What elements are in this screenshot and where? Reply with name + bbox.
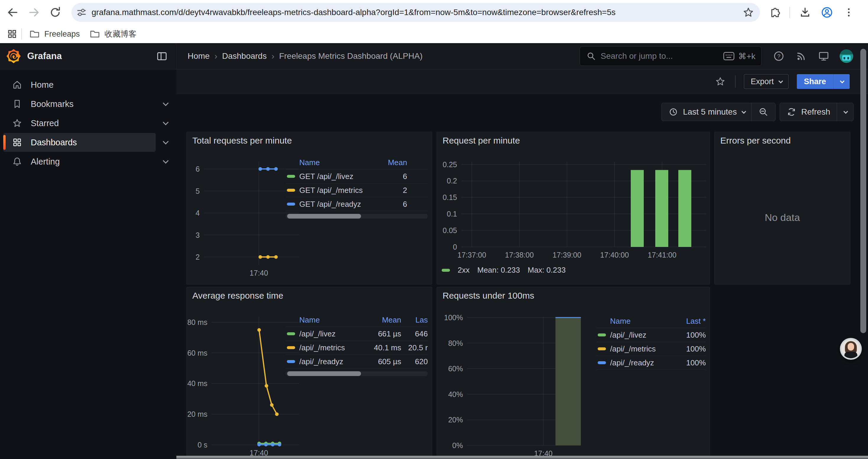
refresh-interval-dropdown[interactable] (837, 103, 853, 121)
breadcrumb-home[interactable]: Home (188, 52, 210, 61)
breadcrumb-dashboards[interactable]: Dashboards (222, 52, 267, 61)
profile-icon[interactable] (820, 6, 834, 19)
expand-chevron-icon[interactable] (156, 102, 174, 106)
panel-requests-under-100ms[interactable]: Requests under 100ms 0%20%40%60%80%100%1… (437, 287, 710, 459)
series-name[interactable]: /api/_/livez (299, 329, 364, 338)
panel-title[interactable]: Errors per second (720, 136, 790, 145)
bookmark-icon (12, 99, 23, 109)
series-mean: 6 (369, 172, 407, 181)
panel-errors-per-second[interactable]: Errors per second No data (714, 132, 850, 285)
legend-row[interactable]: /api/_/readyz 100% (596, 356, 706, 370)
bookmark-star-icon[interactable] (742, 6, 754, 19)
panel-legend: Name Mean Las /api/_/livez 661 µs 646 (286, 313, 428, 376)
series-name[interactable]: 2xx (458, 266, 469, 275)
panel-request-per-minute[interactable]: Request per minute 00.050.10.150.20.2517… (437, 132, 710, 285)
share-button-group: Share (797, 74, 850, 89)
brand-name: Grafana (27, 51, 62, 61)
legend-header-last[interactable]: Last * (670, 317, 706, 326)
download-icon[interactable] (798, 6, 812, 19)
series-name[interactable]: /api/_/metrics (299, 343, 364, 352)
dashboard-subheader: Export Share (176, 69, 868, 94)
series-name[interactable]: /api/_/readyz (610, 358, 670, 367)
legend-row[interactable]: /api/_/metrics 100% (596, 342, 706, 356)
favorite-star-icon[interactable] (714, 75, 727, 88)
series-name[interactable]: GET /api/_/readyz (299, 200, 369, 209)
zoom-out-button[interactable] (751, 103, 775, 121)
browser-toolbar (0, 0, 868, 25)
sidebar-item-bookmarks[interactable]: Bookmarks (3, 95, 156, 113)
reload-button[interactable] (49, 6, 62, 19)
search-input[interactable] (601, 52, 723, 61)
series-name[interactable]: /api/_/metrics (610, 345, 670, 354)
sidebar-item-home[interactable]: Home (3, 75, 156, 94)
zoom-out-icon (758, 107, 769, 117)
legend-row[interactable]: GET /api/_/livez 6 (286, 169, 428, 184)
sidebar-toggle-icon[interactable] (155, 50, 168, 63)
bookmark-folder-freeleaps[interactable]: Freeleaps (24, 26, 85, 42)
time-range-group: Last 5 minutes (661, 103, 776, 121)
legend-row[interactable]: /api/_/livez 100% (596, 328, 706, 342)
assistant-avatar-image (841, 339, 860, 358)
sidebar-item-alerting[interactable]: Alerting (3, 152, 156, 171)
legend-row[interactable]: /api/_/readyz 605 µs 620 (286, 355, 428, 369)
vertical-scrollbar[interactable] (860, 49, 866, 333)
user-avatar[interactable] (840, 49, 853, 63)
bookmark-folder-blogs[interactable]: 收藏博客 (85, 26, 141, 42)
browser-menu-icon[interactable] (842, 6, 856, 19)
search-box[interactable]: ⌘+k (580, 46, 762, 66)
share-button[interactable]: Share (797, 74, 833, 89)
refresh-button[interactable]: Refresh (780, 103, 837, 121)
time-range-picker[interactable]: Last 5 minutes (662, 103, 751, 121)
expand-chevron-icon[interactable] (156, 140, 174, 144)
expand-chevron-icon[interactable] (156, 121, 174, 125)
legend-row[interactable]: /api/_/livez 661 µs 646 (286, 327, 428, 341)
legend-header-name[interactable]: Name (299, 316, 364, 325)
refresh-group: Refresh (780, 103, 854, 121)
legend-header-last[interactable]: Las (401, 316, 428, 325)
sidebar-row-bookmarks: Bookmarks (3, 95, 174, 113)
legend-scrollbar[interactable] (286, 371, 428, 376)
url-input[interactable] (92, 8, 742, 17)
legend-header-name[interactable]: Name (299, 158, 369, 167)
horizontal-scrollbar[interactable] (176, 456, 868, 459)
series-mean: 6 (369, 200, 407, 209)
expand-chevron-icon[interactable] (156, 160, 174, 164)
folder-icon (29, 28, 40, 40)
panel-total-requests[interactable]: Total requests per minute 2345617:40 Nam… (186, 132, 432, 285)
help-icon[interactable]: ? (772, 50, 785, 63)
series-name[interactable]: /api/_/readyz (299, 357, 364, 366)
panel-average-response-time[interactable]: Average response time 0 s20 ms40 ms60 ms… (186, 287, 432, 459)
apps-grid-icon[interactable] (5, 27, 19, 41)
kiosk-monitor-icon[interactable] (817, 50, 830, 63)
share-dropdown-button[interactable] (833, 74, 850, 89)
panel-legend: 2xx Mean: 0.233 Max: 0.233 (442, 266, 566, 275)
back-button[interactable] (6, 6, 20, 19)
news-rss-icon[interactable] (795, 50, 808, 63)
forward-button[interactable] (27, 6, 41, 19)
legend-header-name[interactable]: Name (610, 317, 670, 326)
series-name[interactable]: GET /api/_/metrics (299, 186, 369, 195)
legend-row[interactable]: /api/_/metrics 40.1 ms 20.5 r (286, 341, 428, 355)
legend-row[interactable]: GET /api/_/readyz 6 (286, 197, 428, 211)
svg-text:17:40:00: 17:40:00 (600, 251, 629, 259)
grafana-logo[interactable] (6, 49, 21, 63)
series-name[interactable]: /api/_/livez (610, 330, 670, 340)
svg-text:0.2: 0.2 (447, 177, 457, 185)
sidebar-item-starred[interactable]: Starred (3, 114, 156, 133)
floating-assistant-avatar[interactable] (840, 338, 862, 360)
svg-text:17:38:00: 17:38:00 (505, 251, 533, 259)
series-name[interactable]: GET /api/_/livez (299, 172, 369, 181)
legend-header-mean[interactable]: Mean (364, 316, 401, 325)
no-data-message: No data (715, 212, 850, 223)
legend-header-mean[interactable]: Mean (369, 158, 407, 167)
series-last: 620 (401, 357, 428, 366)
dashboard-canvas: Last 5 minutes Refresh (176, 94, 868, 459)
export-label: Export (751, 77, 774, 86)
sidebar-item-dashboards[interactable]: Dashboards (3, 133, 156, 152)
legend-scrollbar[interactable] (286, 214, 428, 219)
export-button[interactable]: Export (744, 74, 788, 89)
extensions-icon[interactable] (768, 6, 781, 19)
legend-row[interactable]: GET /api/_/metrics 2 (286, 184, 428, 197)
site-info-icon[interactable] (75, 6, 88, 18)
url-bar[interactable] (71, 3, 760, 22)
